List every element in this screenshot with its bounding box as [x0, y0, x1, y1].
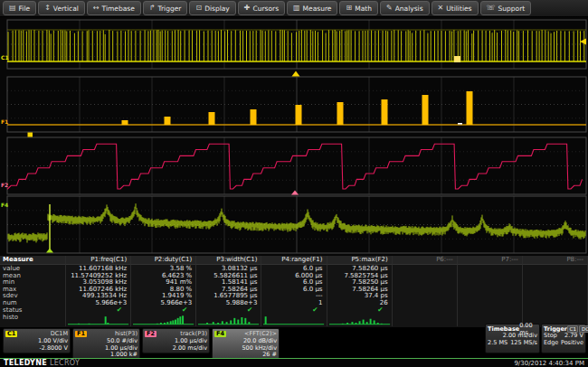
menu-label: Timebase — [102, 5, 135, 13]
measure-status-p8 — [523, 306, 588, 315]
menu-button-analysis[interactable]: ✎Analysis — [380, 1, 430, 15]
measure-row-label-mean: mean — [0, 272, 66, 279]
c1-highlight-marker — [454, 56, 460, 62]
measure-histo-p3 — [196, 314, 261, 326]
menu-button-measure[interactable]: ▥Measure — [287, 1, 337, 15]
measure-header-p2[interactable]: P2:duty(C1) — [131, 256, 196, 265]
measure-max-p6 — [393, 286, 458, 293]
measure-status-p5: ✔ — [327, 306, 393, 315]
channel-badge-f1: F1 — [75, 331, 87, 337]
measure-status-p4: ✔ — [261, 306, 327, 315]
menu-button-file[interactable]: ▤File — [3, 1, 36, 15]
trace-label-f4[interactable]: F4 — [1, 202, 8, 208]
menu-bar: ▤File↕Vertical↔Timebase↱Trigger⊡Display✚… — [0, 0, 588, 17]
descriptor-f2[interactable]: F2track(P3)1.00 µs/div2.00 ms/div — [142, 328, 210, 353]
menu-button-timebase[interactable]: ↔Timebase — [87, 1, 141, 15]
measure-num-p3: 5.988e+3 — [196, 299, 261, 306]
timebase-samplerate: 125 MS/s — [510, 340, 537, 347]
menu-button-vertical[interactable]: ↕Vertical — [38, 1, 85, 15]
descriptor-line: 2.00 ms/div — [145, 345, 207, 353]
measure-header-p5[interactable]: P5:max(F2) — [327, 256, 393, 265]
measure-max-p2: 8.80 % — [131, 286, 196, 293]
trace-label-c1[interactable]: C1 — [1, 54, 9, 61]
measure-value-p3: 3.08132 µs — [196, 265, 261, 272]
descriptor-c1[interactable]: C1DC1M1.00 V/div-2.8000 V — [3, 328, 71, 353]
brand-teledyne: TELEDYNE — [4, 359, 47, 367]
measure-max-p4: 6.0 µs — [261, 286, 327, 293]
menu-label: Cursors — [252, 5, 279, 13]
brand-lecroy: LECROY — [50, 359, 80, 367]
measure-status-p2: ✔ — [131, 306, 196, 315]
trace-label-f1[interactable]: F1 — [1, 118, 8, 125]
measure-header-p3[interactable]: P3:width(C1) — [196, 256, 261, 265]
measure-mean-p4: 6.000 µs — [261, 272, 327, 279]
descriptor-line: -2.8000 V — [5, 345, 68, 353]
measure-num-p7 — [458, 299, 523, 306]
waveform-display[interactable]: C1F1F2F4 — [0, 17, 588, 256]
oscilloscope-screen: ▤File↕Vertical↔Timebase↱Trigger⊡Display✚… — [0, 0, 588, 367]
trace-label-f2[interactable]: F2 — [1, 182, 8, 188]
measure-row-label-sdev: sdev — [0, 292, 66, 299]
menu-button-display[interactable]: ⊡Display — [189, 1, 235, 15]
menu-button-trigger[interactable]: ↱Trigger — [143, 1, 188, 15]
timebase-summary-box[interactable]: Timebase 0.00 ms 2.00 ms/div 2.5 MS 125 … — [485, 324, 540, 353]
measure-row-label-min: min — [0, 278, 66, 286]
measure-mean-p7 — [458, 272, 523, 279]
measure-histo-p4 — [261, 314, 327, 326]
descriptor-title: track(P3) — [180, 330, 207, 337]
measure-mean-p5: 7.5825754 µs — [327, 272, 393, 279]
display-icon: ⊡ — [195, 5, 202, 12]
brand-logo: TELEDYNELECROY — [4, 359, 80, 367]
menu-label: Vertical — [53, 5, 79, 13]
menu-label: Trigger — [158, 5, 182, 13]
measure-header-p1[interactable]: P1:freq(C1) — [66, 256, 131, 265]
menu-button-support[interactable]: ☏Support — [480, 1, 532, 15]
measure-max-p8 — [523, 286, 588, 293]
measure-max-p7 — [458, 286, 523, 293]
measure-max-p1: 11.607246 kHz — [66, 286, 131, 293]
trigger-summary-box[interactable]: Trigger C1 DC Stop 2.79 V Edge Positive — [541, 324, 586, 353]
measure-row-label-status: status — [0, 306, 66, 315]
measure-num-p4: 1 — [261, 299, 327, 306]
trigger-slope: Positive — [561, 340, 583, 347]
measure-header-p4[interactable]: P4:range(F1) — [261, 256, 327, 265]
measure-status-p1: ✔ — [66, 306, 131, 315]
descriptor-f1[interactable]: F1hist(P3)50.0 #/div1.00 µs/div1.000 k# — [72, 328, 140, 361]
measure-num-p2: 5.966e+3 — [131, 299, 196, 306]
measure-max-p3: 7.58264 µs — [196, 286, 261, 293]
trigger-position-marker[interactable] — [292, 71, 300, 77]
measure-value-p2: 3.58 % — [131, 265, 196, 272]
measure-header-p7[interactable]: P7:--- — [458, 256, 523, 265]
menu-label: Display — [204, 5, 230, 13]
measure-mean-p2: 6.4623 % — [131, 272, 196, 279]
menu-button-utilities[interactable]: ✕Utilities — [432, 1, 479, 15]
measure-header-p6[interactable]: P6:--- — [393, 256, 458, 265]
measure-sdev-p5: 37.4 ps — [327, 292, 393, 299]
measure-sdev-p3: 1.6577895 µs — [196, 292, 261, 299]
measure-header-p8[interactable]: P8:--- — [523, 256, 588, 265]
horizontal-arrows-icon: ↔ — [93, 5, 100, 12]
measure-value-p4: 6.0 µs — [261, 265, 327, 272]
measure-sdev-p2: 1.9419 % — [131, 292, 196, 299]
menu-button-cursors[interactable]: ✚Cursors — [238, 1, 285, 15]
measure-max-p5: 7.58264 µs — [327, 286, 393, 293]
menu-button-math[interactable]: ⊞Math — [339, 1, 377, 15]
menu-label: Analysis — [395, 5, 423, 13]
channel-badge-f4: F4 — [214, 331, 226, 337]
menu-label: Math — [355, 5, 372, 13]
f4-position-marker[interactable] — [46, 249, 53, 253]
trigger-level-marker[interactable] — [580, 39, 586, 45]
support-icon: ☏ — [487, 5, 496, 12]
measure-histo-p1 — [66, 314, 131, 326]
measure-row-label-num: num — [0, 299, 66, 306]
vertical-arrows-icon: ↕ — [44, 5, 51, 12]
f1-offset-marker[interactable] — [28, 133, 33, 137]
clock: 9/30/2012 4:40:34 PM — [514, 360, 584, 367]
measure-status-p6 — [393, 306, 458, 315]
measure-mean-p8 — [523, 272, 588, 279]
measure-sdev-p7 — [458, 292, 523, 299]
descriptor-f4[interactable]: F4<FFT(C2)>20.0 dB/div500 kHz/div26 # — [212, 328, 280, 362]
f2-position-marker[interactable] — [291, 191, 299, 195]
measure-value-p5: 7.58260 µs — [327, 265, 393, 272]
measure-mean-p1: 11.57409252 kHz — [66, 272, 131, 279]
